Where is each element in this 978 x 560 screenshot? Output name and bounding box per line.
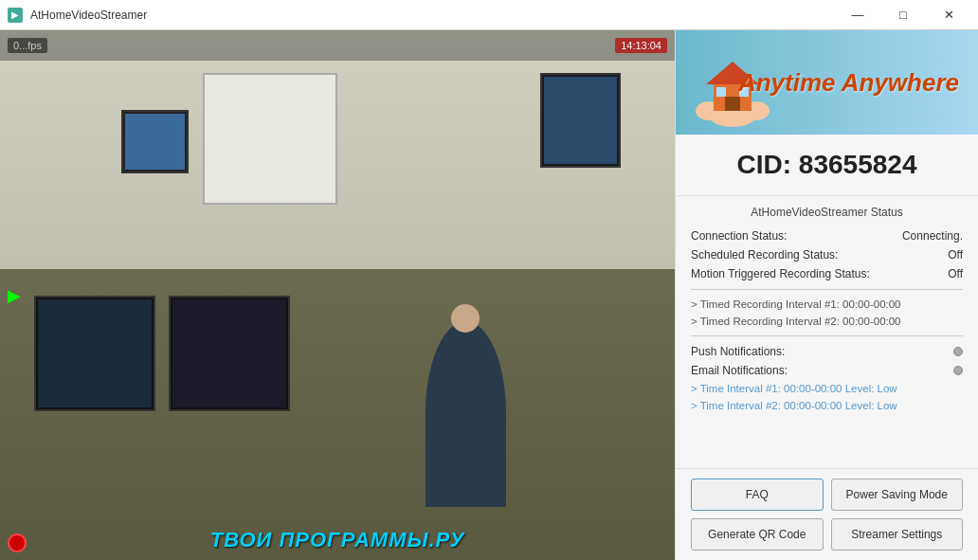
- divider-2: [691, 335, 963, 336]
- btn-row-1: FAQ Power Saving Mode: [691, 479, 963, 511]
- video-panel: 0...fps 14:13:04 ▶ ТВОИ ПРОГРАММЫ.РУ: [0, 30, 675, 560]
- desk-monitor-1: [34, 296, 155, 412]
- time-interval-1: > Time Interval #1: 00:00-00:00 Level: L…: [691, 380, 963, 397]
- monitor-top-screen: [125, 114, 185, 170]
- title-bar-controls: — □ ✕: [836, 1, 970, 29]
- cid-label: CID: 83655824: [737, 150, 917, 179]
- monitor-top: [121, 110, 189, 173]
- title-bar-left: ▶ AtHomeVideoStreamer: [8, 8, 147, 23]
- svg-rect-5: [725, 97, 740, 111]
- recording-interval-1: > Timed Recording Interval #1: 00:00-00:…: [691, 296, 963, 313]
- svg-rect-6: [716, 87, 726, 97]
- push-label: Push Notifications:: [691, 345, 785, 358]
- status-section: AtHomeVideoStreamer Status Connection St…: [676, 196, 978, 469]
- divider-1: [691, 289, 963, 290]
- connection-value: Connecting.: [902, 229, 963, 243]
- maximize-button[interactable]: □: [881, 1, 925, 29]
- btn-row-2: Generate QR Code Streamer Settings: [691, 518, 963, 551]
- video-timestamp: 14:13:04: [615, 38, 667, 53]
- time-interval-2: > Time Interval #2: 00:00-00:00 Level: L…: [691, 397, 963, 414]
- motion-value: Off: [948, 267, 963, 280]
- desk-monitor-2-screen: [172, 299, 286, 408]
- monitor-right-top: [540, 73, 621, 169]
- status-title: AtHomeVideoStreamer Status: [691, 206, 963, 219]
- monitor-right-top-screen: [544, 77, 617, 165]
- scheduled-value: Off: [948, 248, 963, 262]
- desk-monitor-1-screen: [38, 299, 152, 408]
- title-bar: ▶ AtHomeVideoStreamer — □ ✕: [0, 0, 978, 30]
- person-body: [426, 321, 506, 507]
- main-content: 0...fps 14:13:04 ▶ ТВОИ ПРОГРАММЫ.РУ: [0, 30, 978, 560]
- video-fps-info: 0...fps: [8, 38, 47, 53]
- cid-section: CID: 83655824: [676, 135, 978, 196]
- video-watermark: ТВОИ ПРОГРАММЫ.РУ: [0, 528, 675, 552]
- banner: Anytime Anywhere: [676, 30, 978, 135]
- office-scene: [0, 30, 675, 560]
- push-notif-row: Push Notifications:: [691, 342, 963, 361]
- motion-label: Motion Triggered Recording Status:: [691, 267, 870, 280]
- app-title: AtHomeVideoStreamer: [30, 9, 147, 22]
- motion-recording-row: Motion Triggered Recording Status: Off: [691, 264, 963, 283]
- whiteboard: [203, 73, 337, 206]
- desk-monitor-2: [169, 296, 290, 412]
- buttons-section: FAQ Power Saving Mode Generate QR Code S…: [676, 469, 978, 560]
- person-head: [451, 304, 480, 333]
- scheduled-label: Scheduled Recording Status:: [691, 248, 838, 262]
- email-label: Email Notifications:: [691, 364, 788, 377]
- video-play-icon: ▶: [8, 285, 21, 306]
- connection-status-row: Connection Status: Connecting.: [691, 226, 963, 245]
- generate-qr-button[interactable]: Generate QR Code: [691, 518, 824, 551]
- scheduled-recording-row: Scheduled Recording Status: Off: [691, 245, 963, 264]
- email-notif-dot: [953, 366, 963, 375]
- recording-interval-2: > Timed Recording Interval #2: 00:00-00:…: [691, 313, 963, 330]
- power-saving-button[interactable]: Power Saving Mode: [831, 479, 964, 511]
- email-notif-row: Email Notifications:: [691, 361, 963, 380]
- app-icon: ▶: [8, 8, 23, 23]
- connection-label: Connection Status:: [691, 229, 787, 243]
- close-button[interactable]: ✕: [927, 1, 970, 29]
- push-notif-dot: [953, 347, 963, 356]
- streamer-settings-button[interactable]: Streamer Settings: [831, 518, 964, 551]
- minimize-button[interactable]: —: [836, 1, 879, 29]
- right-panel: Anytime Anywhere CID: 83655824 AtHomeVid…: [675, 30, 978, 560]
- banner-text: Anytime Anywhere: [738, 68, 959, 98]
- faq-button[interactable]: FAQ: [691, 479, 824, 511]
- video-overlay: 0...fps 14:13:04: [0, 30, 675, 61]
